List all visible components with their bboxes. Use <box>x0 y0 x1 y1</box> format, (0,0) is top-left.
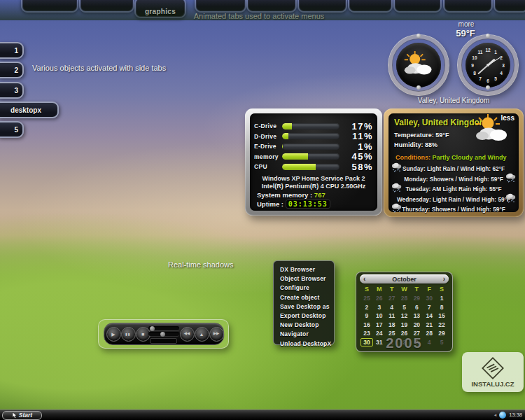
weather-orb[interactable] <box>396 43 441 88</box>
calendar-day[interactable]: 4 <box>386 303 398 312</box>
meter-value: 11% <box>340 131 373 141</box>
calendar-day[interactable]: 18 <box>386 321 398 329</box>
forecast-day-row: Tuesday: AM Light Rain High: 55°F <box>388 184 519 195</box>
system-monitor-panel: C-Drive17%D-Drive11%E-Drive1%memory45%CP… <box>250 113 377 211</box>
calendar-day[interactable]: 13 <box>410 312 423 320</box>
taskbar-clock: 13:38 <box>509 412 522 418</box>
calendar-day[interactable]: 11 <box>386 312 398 320</box>
calendar-day[interactable]: 30 <box>423 294 435 302</box>
clock-number: 12 <box>485 48 490 52</box>
calendar-next-arrow[interactable]: › <box>443 274 445 284</box>
calendar-day[interactable]: 5 <box>398 303 411 312</box>
orb-knob <box>486 85 490 90</box>
weather-forecast-widget[interactable]: less Valley, United Kingdom Temperature:… <box>384 108 524 217</box>
start-button[interactable]: Start <box>2 411 42 420</box>
system-monitor-widget[interactable]: C-Drive17%D-Drive11%E-Drive1%memory45%CP… <box>245 108 382 216</box>
calendar-day[interactable]: 21 <box>423 321 435 329</box>
calendar-day[interactable]: 10 <box>373 312 386 320</box>
calendar-day[interactable]: 7 <box>423 303 435 312</box>
side-tab-2[interactable]: 2 <box>0 62 24 78</box>
calendar-day[interactable]: 29 <box>410 294 423 302</box>
analog-clock[interactable]: 121234567891011 <box>465 43 510 88</box>
side-tab-1[interactable]: 1 <box>0 42 24 59</box>
calendar-day[interactable]: 8 <box>435 303 448 312</box>
start-cursor-icon <box>12 412 17 419</box>
calendar-day[interactable]: 6 <box>410 303 423 312</box>
clock-number: 4 <box>500 71 503 76</box>
calendar-day[interactable]: 9 <box>360 312 373 320</box>
calendar-day[interactable]: 20 <box>410 321 423 329</box>
calendar-day[interactable]: 3 <box>373 303 386 312</box>
calendar-prev-arrow[interactable]: ‹ <box>363 274 365 284</box>
forecast-day-row: Monday: Showers / Wind High: 59°F <box>388 174 519 185</box>
stop-icon: ■ <box>141 332 144 337</box>
clock-number: 8 <box>473 71 476 76</box>
menu-item-create-object[interactable]: Create object <box>280 293 334 302</box>
side-tab-label: desktopx <box>10 106 41 114</box>
menu-item-new-desktop[interactable]: New Desktop <box>280 321 334 330</box>
meter-label: C-Drive <box>254 122 282 130</box>
grass-edge <box>0 0 525 20</box>
forecast-panel: less Valley, United Kingdom Temperature:… <box>388 113 519 212</box>
calendar-day[interactable]: 19 <box>398 321 411 329</box>
side-tab-5[interactable]: 5 <box>0 121 24 138</box>
calendar-widget[interactable]: ‹ October › SMTWTFS 25262728293012345678… <box>356 272 453 352</box>
calendar-day[interactable]: 26 <box>373 294 386 302</box>
calendar-day[interactable]: 1 <box>435 294 448 302</box>
side-tab-label: 2 <box>14 66 18 74</box>
calendar-day[interactable]: 15 <box>435 312 448 320</box>
menu-item-navigator[interactable]: Navigator <box>280 330 334 339</box>
forecast-day-row: Wednesday: Light Rain / Wind High: 59°F <box>388 195 519 205</box>
calendar-week-row: 16171819202122 <box>360 321 448 329</box>
sun-cloud-icon <box>402 51 435 80</box>
conditions-label: Conditions: <box>396 154 430 161</box>
rewind-button[interactable]: ◀◀ <box>180 327 195 342</box>
forecast-day-row: Sunday: Light Rain / Wind High: 62°F <box>388 164 519 174</box>
fast-forward-button[interactable]: ▶▶ <box>209 327 224 342</box>
calendar-day[interactable]: 14 <box>423 312 435 320</box>
messenger-tray-icon[interactable] <box>499 412 506 419</box>
forecast-conditions: Conditions: Partly Cloudy and Windy <box>396 154 506 161</box>
menu-item-export-desktop[interactable]: Export Desktop <box>280 312 334 321</box>
fast-forward-icon: ▶▶ <box>214 332 219 336</box>
forecast-day-text: Thursday: Showers / Wind High: 59°F <box>402 206 505 213</box>
weather-more-link[interactable]: more <box>451 20 481 28</box>
meter-value: 1% <box>340 141 373 152</box>
meter-row-c-drive: C-Drive17% <box>250 121 377 132</box>
calendar-day[interactable]: 17 <box>373 321 386 329</box>
menu-item-object-browser[interactable]: Object Browser <box>280 274 334 284</box>
meter-row-cpu: CPU58% <box>250 162 377 172</box>
rain-cloud-icon <box>391 182 402 196</box>
eject-button[interactable]: ▲ <box>195 327 209 342</box>
calendar-week-row: 9101112131415 <box>360 312 448 320</box>
calendar-title-bar: ‹ October › <box>360 274 449 284</box>
calendar-day[interactable]: 22 <box>435 321 448 329</box>
side-tab-desktopx[interactable]: desktopx <box>0 102 59 118</box>
meter-value: 17% <box>340 121 373 132</box>
calendar-day[interactable]: 12 <box>398 312 411 320</box>
uptime-row: Uptime : 03:13:53 <box>257 200 330 209</box>
player-volume-knob[interactable] <box>160 332 165 337</box>
calendar-day[interactable]: 2 <box>360 303 373 312</box>
calendar-day[interactable]: 27 <box>386 294 398 302</box>
pause-button[interactable]: ▮▮ <box>121 327 136 342</box>
calendar-day[interactable]: 28 <box>398 294 411 302</box>
clock-number: 9 <box>471 63 474 68</box>
calendar-day[interactable]: 16 <box>360 321 373 329</box>
forecast-temperature: Temperature: 59°F <box>394 132 449 139</box>
menu-item-configure[interactable]: Configure <box>280 284 334 293</box>
menu-item-save-desktop-as[interactable]: Save Desktop as <box>280 302 334 312</box>
menu-item-unload-desktopx[interactable]: Unload DesktopX <box>280 340 334 349</box>
calendar-day-header: T <box>410 286 423 293</box>
tray-collapse-arrow[interactable]: ◂ <box>494 412 497 418</box>
player-slider-knob[interactable] <box>150 326 155 331</box>
eject-icon: ▲ <box>200 332 204 337</box>
calendar-day[interactable]: 25 <box>360 294 373 302</box>
play-button[interactable]: ▶ <box>106 327 121 342</box>
orb-knob <box>416 34 421 38</box>
forecast-day-row: Thursday: Showers / Wind High: 59°F <box>388 204 519 215</box>
menu-item-dx-browser[interactable]: DX Browser <box>280 265 334 274</box>
side-tab-3[interactable]: 3 <box>0 82 24 99</box>
system-memory-row: System memory : 767 <box>257 191 326 199</box>
calendar-day-headers: SMTWTFS <box>360 286 448 293</box>
